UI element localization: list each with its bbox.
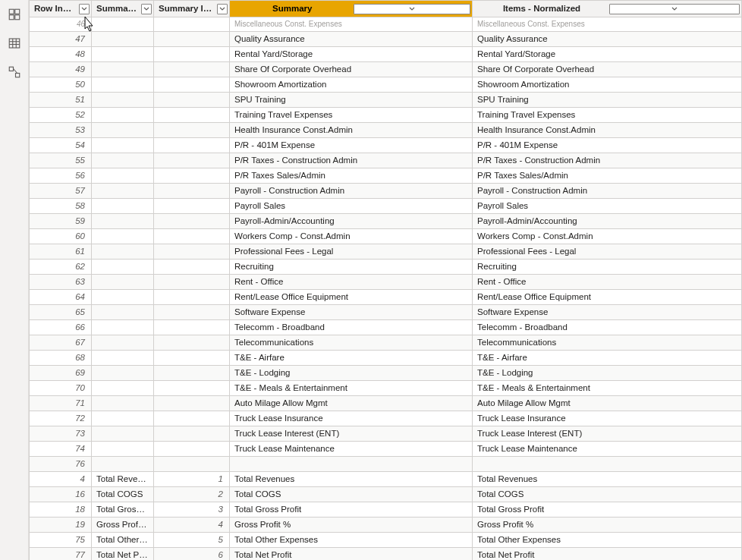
table-row[interactable]: 67TelecommunicationsTelecommunications xyxy=(30,335,742,351)
cell-items[interactable]: Gross Profit % xyxy=(473,518,742,533)
table-row[interactable]: 75Total Other Expe5Total Other ExpensesT… xyxy=(30,533,742,548)
table-row[interactable]: 60Workers Comp - Const.AdminWorkers Comp… xyxy=(30,229,742,244)
cell-summary[interactable]: Total Gross Profit xyxy=(230,502,473,518)
cell-rowIndex[interactable]: 48 xyxy=(30,47,92,62)
cell-summaryIndex[interactable] xyxy=(154,153,230,168)
cell-rowIndex[interactable]: 52 xyxy=(30,108,92,123)
cell-summary1[interactable] xyxy=(92,381,154,396)
cell-items[interactable]: Total Gross Profit xyxy=(473,502,742,518)
cell-rowIndex[interactable]: 71 xyxy=(30,396,92,411)
table-row[interactable]: 76 xyxy=(30,457,742,472)
cell-summary1[interactable]: Total Net Profit xyxy=(92,548,154,561)
cell-summaryIndex[interactable] xyxy=(154,184,230,199)
cell-items[interactable]: Recruiting xyxy=(473,260,742,275)
cell-summary[interactable]: Truck Lease Interest (ENT) xyxy=(230,426,473,442)
cell-items[interactable]: Payroll Sales xyxy=(473,199,742,214)
cell-items[interactable]: Miscellaneous Const. Expenses xyxy=(473,17,742,32)
cell-summaryIndex[interactable] xyxy=(154,62,230,77)
cell-items[interactable]: Training Travel Expenses xyxy=(473,108,742,123)
column-filter-dropdown[interactable] xyxy=(609,4,740,14)
column-header-summaryIndex[interactable]: Summary Index xyxy=(154,1,230,17)
cell-items[interactable]: SPU Training xyxy=(473,93,742,108)
cell-items[interactable]: Truck Lease Maintenance xyxy=(473,442,742,457)
cell-rowIndex[interactable]: 18 xyxy=(30,502,92,518)
table-row[interactable]: 66Telecomm - BroadbandTelecomm - Broadba… xyxy=(30,320,742,335)
cell-summary1[interactable] xyxy=(92,396,154,411)
cell-summaryIndex[interactable] xyxy=(154,381,230,396)
table-row[interactable]: 62RecruitingRecruiting xyxy=(30,260,742,275)
table-row[interactable]: 56P/R Taxes Sales/AdminP/R Taxes Sales/A… xyxy=(30,168,742,184)
cell-rowIndex[interactable]: 63 xyxy=(30,275,92,290)
cell-summaryIndex[interactable] xyxy=(154,275,230,290)
cell-summary[interactable]: Quality Assurance xyxy=(230,32,473,47)
table-row[interactable]: 71Auto Milage Allow MgmtAuto Milage Allo… xyxy=(30,396,742,411)
cell-summaryIndex[interactable] xyxy=(154,17,230,32)
column-filter-dropdown[interactable] xyxy=(141,4,152,14)
cell-rowIndex[interactable]: 4 xyxy=(30,472,92,487)
cell-rowIndex[interactable]: 19 xyxy=(30,518,92,533)
cell-summary1[interactable]: Gross Profit % xyxy=(92,518,154,533)
cell-summary1[interactable] xyxy=(92,138,154,153)
column-header-summary[interactable]: Summary xyxy=(230,1,473,17)
cell-rowIndex[interactable]: 77 xyxy=(30,548,92,561)
cell-summaryIndex[interactable]: 5 xyxy=(154,533,230,548)
cell-items[interactable]: T&E - Lodging xyxy=(473,366,742,381)
cell-items[interactable]: Total Revenues xyxy=(473,472,742,487)
table-row[interactable]: 55P/R Taxes - Construction AdminP/R Taxe… xyxy=(30,153,742,168)
cell-items[interactable]: T&E - Airfare xyxy=(473,351,742,366)
cell-summary1[interactable] xyxy=(92,199,154,214)
cell-summary[interactable]: Rent - Office xyxy=(230,275,473,290)
cell-summary[interactable]: Total COGS xyxy=(230,487,473,502)
cell-items[interactable]: Telecomm - Broadband xyxy=(473,320,742,335)
cell-summaryIndex[interactable] xyxy=(154,457,230,472)
cell-summaryIndex[interactable] xyxy=(154,199,230,214)
cell-items[interactable]: Total Net Profit xyxy=(473,548,742,561)
cell-summary[interactable]: Total Net Profit xyxy=(230,548,473,561)
cell-items[interactable]: P/R Taxes - Construction Admin xyxy=(473,153,742,168)
cell-rowIndex[interactable]: 58 xyxy=(30,199,92,214)
table-row[interactable]: 53Health Insurance Const.AdminHealth Ins… xyxy=(30,123,742,138)
cell-summary1[interactable] xyxy=(92,229,154,244)
table-row[interactable]: 61Professional Fees - LegalProfessional … xyxy=(30,244,742,260)
cell-rowIndex[interactable]: 59 xyxy=(30,214,92,229)
table-row[interactable]: 19Gross Profit %4Gross Profit %Gross Pro… xyxy=(30,518,742,533)
cell-summary1[interactable] xyxy=(92,62,154,77)
cell-summary[interactable]: Software Expense xyxy=(230,305,473,320)
model-view-button[interactable] xyxy=(5,62,24,82)
cell-rowIndex[interactable]: 66 xyxy=(30,320,92,335)
table-row[interactable]: 4Total Revenues1Total RevenuesTotal Reve… xyxy=(30,472,742,487)
table-row[interactable]: 16Total COGS2Total COGSTotal COGS xyxy=(30,487,742,502)
cell-rowIndex[interactable]: 69 xyxy=(30,366,92,381)
cell-rowIndex[interactable]: 60 xyxy=(30,229,92,244)
cell-summary[interactable]: Truck Lease Maintenance xyxy=(230,442,473,457)
cell-rowIndex[interactable]: 53 xyxy=(30,123,92,138)
cell-summary[interactable]: Rental Yard/Storage xyxy=(230,47,473,62)
cell-items[interactable]: P/R Taxes Sales/Admin xyxy=(473,168,742,184)
cell-summaryIndex[interactable]: 1 xyxy=(154,472,230,487)
column-filter-dropdown[interactable] xyxy=(354,4,471,14)
cell-items[interactable]: Share Of Corporate Overhead xyxy=(473,62,742,77)
cell-summaryIndex[interactable] xyxy=(154,168,230,184)
cell-items[interactable]: Total COGS xyxy=(473,487,742,502)
cell-summary1[interactable]: Total Gross Profi xyxy=(92,502,154,518)
table-row[interactable]: 65Software ExpenseSoftware Expense xyxy=(30,305,742,320)
cell-rowIndex[interactable]: 61 xyxy=(30,244,92,260)
table-row[interactable]: 77Total Net Profit6Total Net ProfitTotal… xyxy=(30,548,742,561)
cell-summaryIndex[interactable] xyxy=(154,335,230,351)
cell-summary1[interactable] xyxy=(92,426,154,442)
cell-items[interactable]: Professional Fees - Legal xyxy=(473,244,742,260)
cell-summaryIndex[interactable] xyxy=(154,108,230,123)
cell-summaryIndex[interactable] xyxy=(154,93,230,108)
cell-summary1[interactable] xyxy=(92,335,154,351)
cell-summaryIndex[interactable] xyxy=(154,426,230,442)
report-view-button[interactable] xyxy=(5,5,24,24)
column-filter-dropdown[interactable] xyxy=(217,4,228,14)
table-row[interactable]: 70T&E - Meals & EntertainmentT&E - Meals… xyxy=(30,381,742,396)
cell-summaryIndex[interactable]: 2 xyxy=(154,487,230,502)
cell-rowIndex[interactable]: 72 xyxy=(30,411,92,426)
cell-items[interactable]: Payroll - Construction Admin xyxy=(473,184,742,199)
table-row[interactable]: 63Rent - OfficeRent - Office xyxy=(30,275,742,290)
cell-items[interactable]: Telecommunications xyxy=(473,335,742,351)
table-row[interactable]: 57Payroll - Construction AdminPayroll - … xyxy=(30,184,742,199)
cell-summary1[interactable] xyxy=(92,351,154,366)
